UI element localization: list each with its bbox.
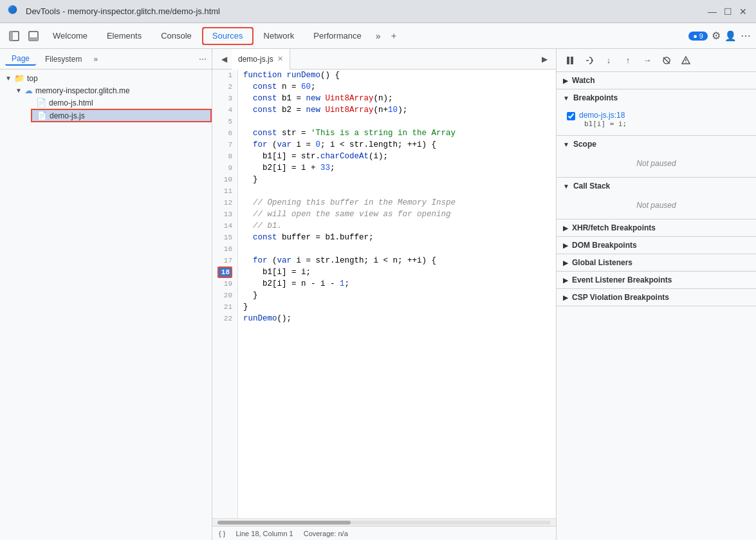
line-num-20: 20: [217, 290, 232, 301]
global-section-header[interactable]: ▶ Global Listeners: [557, 254, 756, 271]
minimize-button[interactable]: —: [707, 6, 717, 17]
code-line-7: for (var i = 0; i < str.length; ++i) {: [243, 139, 551, 151]
tab-console[interactable]: Console: [152, 27, 201, 45]
code-line-12: // Opening this buffer in the Memory Ins…: [243, 197, 551, 209]
step-out-button[interactable]: ↑: [620, 52, 636, 69]
restore-button[interactable]: ☐: [723, 6, 733, 17]
csp-arrow-icon: ▶: [563, 294, 568, 301]
line-num-14: 14: [217, 220, 232, 232]
sidebar-tabs-chevron-icon[interactable]: »: [93, 55, 98, 64]
code-line-9: b2[i] = i + 33;: [243, 162, 551, 174]
code-line-14: // b1.: [243, 220, 551, 232]
step-over-button[interactable]: [581, 52, 598, 69]
pause-button[interactable]: [562, 52, 578, 69]
event-section: ▶ Event Listener Breakpoints: [557, 272, 756, 289]
xhr-section: ▶ XHR/fetch Breakpoints: [557, 219, 756, 237]
breakpoint-file-label[interactable]: demo-js.js:18: [579, 111, 627, 120]
tab-elements[interactable]: Elements: [98, 27, 151, 45]
editor-tab-filename: demo-js.js: [238, 55, 273, 64]
line-num-13: 13: [217, 209, 232, 220]
global-section-label: Global Listeners: [572, 258, 632, 267]
tab-performance[interactable]: Performance: [304, 27, 370, 45]
callstack-arrow-icon: ▼: [563, 183, 569, 190]
code-line-3: const b1 = new Uint8Array(n);: [243, 93, 551, 104]
svg-rect-4: [567, 57, 569, 64]
new-tab-button[interactable]: ＋: [385, 28, 402, 44]
line-num-6: 6: [217, 127, 232, 139]
back-button[interactable]: ◀: [216, 51, 232, 67]
step-into-button[interactable]: ↓: [600, 52, 617, 69]
right-panel: ↓ ↑ → ▶ Watch ▼ Breakpoints: [557, 49, 756, 540]
line-num-18[interactable]: 18: [217, 266, 232, 278]
watch-section-header[interactable]: ▶ Watch: [557, 72, 756, 89]
svg-rect-5: [571, 57, 573, 64]
scope-section-header[interactable]: ▼ Scope: [557, 136, 756, 153]
code-line-2: const n = 60;: [243, 81, 551, 93]
breakpoint-checkbox[interactable]: [567, 112, 575, 120]
right-toolbar: ↓ ↑ →: [557, 49, 756, 72]
scrollbar-thumb[interactable]: [217, 521, 351, 525]
breakpoint-code-label: b1[i] = i;: [584, 120, 627, 128]
line-num-19: 19: [217, 278, 232, 290]
dont-pause-exceptions-button[interactable]: [678, 52, 694, 69]
dock-left-button[interactable]: [5, 27, 23, 45]
code-line-13: // will open the same view as for openin…: [243, 209, 551, 220]
svg-marker-6: [592, 59, 593, 62]
scope-section: ▼ Scope Not paused: [557, 136, 756, 178]
more-options-button[interactable]: ⋯: [741, 30, 751, 42]
step-button[interactable]: →: [639, 52, 656, 69]
sidebar-tab-filesystem[interactable]: Filesystem: [39, 53, 88, 65]
more-tabs-button[interactable]: »: [372, 28, 385, 44]
cloud-icon: ☁: [24, 86, 33, 95]
tree-item-html-label: demo-js.html: [49, 98, 93, 107]
line-num-4: 4: [217, 104, 232, 116]
code-line-17: for (var i = str.length; i < n; ++i) {: [243, 255, 551, 266]
tree-item-demo-html[interactable]: 📄 demo-js.html: [31, 97, 212, 109]
sidebar-tabs-more-icon[interactable]: ⋯: [199, 55, 207, 64]
dom-section-header[interactable]: ▶ DOM Breakpoints: [557, 237, 756, 254]
tab-welcome[interactable]: Welcome: [44, 27, 97, 45]
code-area[interactable]: 1 2 3 4 5 6 7 8 9 10 11 12 13 14 15 16 1: [212, 70, 556, 526]
settings-gear-icon[interactable]: ⚙: [712, 30, 721, 42]
close-button[interactable]: ✕: [738, 6, 748, 17]
code-line-18: b1[i] = i;: [243, 266, 551, 278]
scope-arrow-icon: ▼: [563, 141, 569, 148]
tree-arrow-top-icon: ▼: [5, 75, 12, 82]
watch-section-label: Watch: [572, 76, 595, 85]
horizontal-scrollbar[interactable]: [212, 518, 556, 526]
xhr-section-header[interactable]: ▶ XHR/fetch Breakpoints: [557, 219, 756, 236]
global-section: ▶ Global Listeners: [557, 254, 756, 272]
scope-not-paused: Not paused: [567, 155, 746, 172]
breakpoint-info: demo-js.js:18 b1[i] = i;: [579, 111, 627, 128]
tree-item-domain[interactable]: ▼ ☁ memory-inspector.glitch.me: [10, 84, 212, 97]
watch-section: ▶ Watch: [557, 72, 756, 89]
breakpoints-arrow-icon: ▼: [563, 95, 569, 102]
line-num-8: 8: [217, 151, 232, 162]
line-num-16: 16: [217, 243, 232, 255]
event-section-header[interactable]: ▶ Event Listener Breakpoints: [557, 272, 756, 288]
code-line-11: [243, 185, 551, 197]
tree-item-top[interactable]: ▼ 📁 top: [0, 72, 212, 84]
line-num-3: 3: [217, 93, 232, 104]
event-section-label: Event Listener Breakpoints: [572, 275, 672, 284]
forward-button[interactable]: ▶: [537, 51, 552, 67]
line-num-2: 2: [217, 81, 232, 93]
tab-network[interactable]: Network: [255, 27, 304, 45]
breakpoint-item: demo-js.js:18 b1[i] = i;: [567, 109, 746, 130]
deactivate-breakpoints-button[interactable]: [658, 52, 675, 69]
code-line-4: const b2 = new Uint8Array(n+10);: [243, 104, 551, 116]
profile-icon[interactable]: 👤: [724, 30, 737, 42]
sidebar-tab-page[interactable]: Page: [5, 53, 36, 66]
csp-section-header[interactable]: ▶ CSP Violation Breakpoints: [557, 289, 756, 306]
callstack-section-header[interactable]: ▼ Call Stack: [557, 178, 756, 194]
breakpoints-section: ▼ Breakpoints demo-js.js:18 b1[i] = i;: [557, 89, 756, 136]
tree-item-demo-js[interactable]: 📄 demo-js.js: [31, 109, 212, 122]
editor-file-tab[interactable]: demo-js.js ✕: [232, 49, 290, 70]
issues-badge[interactable]: ● 9: [688, 32, 708, 41]
tab-sources[interactable]: Sources: [202, 27, 254, 45]
line-num-22: 22: [217, 313, 232, 324]
breakpoints-section-header[interactable]: ▼ Breakpoints: [557, 89, 756, 106]
dock-bottom-button[interactable]: [24, 27, 42, 45]
tree-arrow-domain-icon: ▼: [15, 87, 22, 94]
close-tab-icon[interactable]: ✕: [277, 55, 283, 63]
